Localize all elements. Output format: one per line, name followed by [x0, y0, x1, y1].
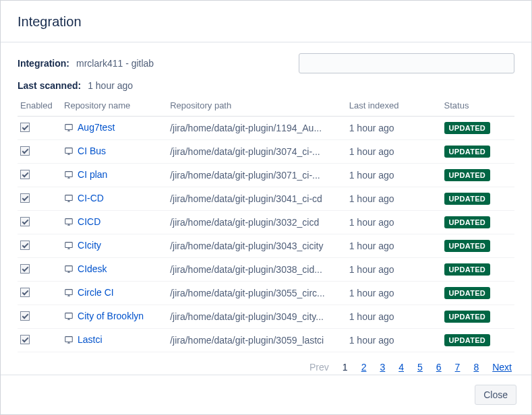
repo-table: Enabled Repository name Repository path … — [18, 95, 514, 352]
pager-page[interactable]: 5 — [417, 362, 423, 373]
enabled-checkbox[interactable] — [20, 146, 30, 156]
col-header-name[interactable]: Repository name — [61, 95, 167, 117]
search-input[interactable] — [299, 53, 514, 73]
enabled-checkbox[interactable] — [20, 311, 30, 321]
repo-icon — [64, 146, 73, 158]
repo-link[interactable]: City of Brooklyn — [78, 311, 144, 321]
svg-rect-20 — [65, 243, 73, 248]
enabled-checkbox[interactable] — [20, 264, 30, 274]
table-row: CI-CD /jira/home/data/git-plugin/3041_ci… — [18, 187, 514, 211]
enabled-checkbox[interactable] — [20, 193, 30, 203]
repo-indexed: 1 hour ago — [347, 140, 442, 164]
status-badge: UPDATED — [444, 263, 490, 276]
repo-path: /jira/home/data/git-plugin/1194_Au... — [167, 117, 347, 140]
table-row: CIdesk /jira/home/data/git-plugin/3038_c… — [18, 258, 514, 282]
enabled-checkbox[interactable] — [20, 217, 30, 226]
enabled-checkbox[interactable] — [20, 123, 30, 132]
svg-rect-16 — [65, 219, 73, 224]
table-row: Aug7test /jira/home/data/git-plugin/1194… — [18, 117, 514, 140]
repo-icon — [64, 264, 73, 276]
svg-rect-36 — [65, 337, 73, 342]
info-row-integration: Integration: mrclark411 - gitlab — [18, 53, 514, 73]
svg-rect-24 — [65, 266, 73, 272]
table-row: CIcity /jira/home/data/git-plugin/3043_c… — [18, 234, 514, 258]
integration-value: mrclark411 - gitlab — [76, 58, 154, 69]
pager: Prev 12345678 Next — [18, 362, 514, 373]
repo-path: /jira/home/data/git-plugin/3055_circ... — [167, 282, 347, 305]
repo-path: /jira/home/data/git-plugin/3041_ci-cd — [167, 187, 347, 211]
pager-page[interactable]: 2 — [361, 362, 367, 373]
repo-indexed: 1 hour ago — [347, 258, 442, 282]
repo-indexed: 1 hour ago — [347, 187, 442, 211]
table-row: CI plan /jira/home/data/git-plugin/3071_… — [18, 164, 514, 187]
enabled-checkbox[interactable] — [20, 335, 30, 344]
repo-icon — [64, 123, 73, 134]
repo-indexed: 1 hour ago — [347, 234, 442, 258]
svg-rect-28 — [65, 290, 73, 295]
repo-link[interactable]: CICD — [78, 216, 100, 227]
dialog-content: Integration: mrclark411 - gitlab Last sc… — [1, 42, 531, 383]
pager-page[interactable]: 7 — [455, 362, 461, 373]
repo-path: /jira/home/data/git-plugin/3038_cid... — [167, 258, 347, 282]
repo-link[interactable]: Aug7test — [78, 122, 115, 133]
svg-rect-32 — [65, 313, 73, 319]
repo-link[interactable]: Lastci — [78, 334, 102, 345]
repo-indexed: 1 hour ago — [347, 164, 442, 187]
enabled-checkbox[interactable] — [20, 241, 30, 250]
col-header-path[interactable]: Repository path — [167, 95, 347, 117]
repo-icon — [64, 217, 73, 228]
status-badge: UPDATED — [444, 287, 490, 299]
status-badge: UPDATED — [444, 311, 490, 323]
repo-link[interactable]: CIcity — [78, 240, 101, 251]
repo-icon — [64, 241, 73, 252]
repo-indexed: 1 hour ago — [347, 305, 442, 329]
repo-indexed: 1 hour ago — [347, 329, 442, 352]
svg-rect-0 — [65, 125, 73, 130]
repo-link[interactable]: CI-CD — [78, 193, 104, 203]
table-row: CI Bus /jira/home/data/git-plugin/3074_c… — [18, 140, 514, 164]
table-row: CICD /jira/home/data/git-plugin/3032_cic… — [18, 211, 514, 234]
status-badge: UPDATED — [444, 193, 490, 205]
col-header-indexed[interactable]: Last indexed — [347, 95, 442, 117]
pager-page[interactable]: 6 — [436, 362, 442, 373]
enabled-checkbox[interactable] — [20, 170, 30, 179]
col-header-enabled[interactable]: Enabled — [18, 95, 61, 117]
page-title: Integration — [18, 14, 514, 30]
pager-prev: Prev — [309, 362, 329, 373]
repo-path: /jira/home/data/git-plugin/3071_ci-... — [167, 164, 347, 187]
repo-link[interactable]: CIdesk — [78, 263, 107, 274]
svg-rect-4 — [65, 148, 73, 154]
repo-path: /jira/home/data/git-plugin/3049_city... — [167, 305, 347, 329]
pager-next[interactable]: Next — [492, 362, 512, 373]
repo-indexed: 1 hour ago — [347, 211, 442, 234]
status-badge: UPDATED — [444, 240, 490, 252]
dialog-header: Integration — [1, 1, 531, 42]
integration-label: Integration: — [18, 58, 69, 69]
table-row: Lastci /jira/home/data/git-plugin/3059_l… — [18, 329, 514, 352]
dialog-footer: Close — [1, 375, 531, 414]
info-row-scanned: Last scanned: 1 hour ago — [18, 80, 514, 91]
status-badge: UPDATED — [444, 334, 490, 346]
col-header-status[interactable]: Status — [442, 95, 514, 117]
repo-link[interactable]: CI plan — [78, 169, 107, 180]
pager-page[interactable]: 8 — [473, 362, 479, 373]
enabled-checkbox[interactable] — [20, 288, 30, 297]
status-badge: UPDATED — [444, 122, 490, 134]
repo-link[interactable]: Circle CI — [78, 287, 114, 298]
pager-page[interactable]: 3 — [380, 362, 385, 373]
pager-page: 1 — [343, 362, 348, 373]
repo-link[interactable]: CI Bus — [78, 146, 106, 156]
status-badge: UPDATED — [444, 169, 490, 181]
status-badge: UPDATED — [444, 216, 490, 228]
repo-path: /jira/home/data/git-plugin/3043_cicity — [167, 234, 347, 258]
repo-icon — [64, 311, 73, 323]
table-row: City of Brooklyn /jira/home/data/git-plu… — [18, 305, 514, 329]
repo-icon — [64, 335, 73, 346]
pager-page[interactable]: 4 — [398, 362, 404, 373]
table-row: Circle CI /jira/home/data/git-plugin/305… — [18, 282, 514, 305]
svg-rect-8 — [65, 172, 73, 177]
search-input-wrap — [299, 53, 514, 73]
repo-path: /jira/home/data/git-plugin/3074_ci-... — [167, 140, 347, 164]
repo-indexed: 1 hour ago — [347, 282, 442, 305]
close-button[interactable]: Close — [475, 385, 516, 405]
